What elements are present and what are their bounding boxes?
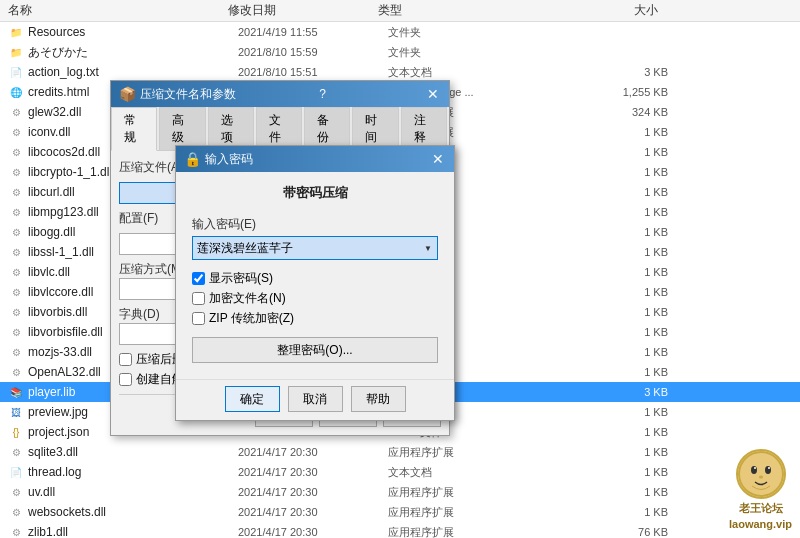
file-date: 2021/8/10 15:51 <box>238 66 388 78</box>
json-icon: {} <box>8 424 24 440</box>
file-size: 3 KB <box>588 66 668 78</box>
list-item[interactable]: 📁 あそびかた 2021/8/10 15:59 文件夹 <box>0 42 800 62</box>
file-size: 1 KB <box>588 366 668 378</box>
file-size: 324 KB <box>588 106 668 118</box>
pwd-dialog-icon: 🔒 <box>184 151 201 167</box>
watermark: 老王论坛 laowang.vip <box>729 449 792 530</box>
watermark-forum-text: 老王论坛 <box>739 501 783 516</box>
file-name: zlib1.dll <box>28 525 238 538</box>
list-item[interactable]: ⚙ websockets.dll 2021/4/17 20:30 应用程序扩展 … <box>0 502 800 522</box>
file-size: 1,255 KB <box>588 86 668 98</box>
file-size: 76 KB <box>588 526 668 538</box>
dll-icon: ⚙ <box>8 364 24 380</box>
file-name: Resources <box>28 25 238 39</box>
pwd-show-label: 显示密码(S) <box>209 270 273 287</box>
list-item[interactable]: 📁 Resources 2021/4/19 11:55 文件夹 <box>0 22 800 42</box>
zip-tab-files[interactable]: 文件 <box>256 107 302 150</box>
col-header-name[interactable]: 名称 <box>8 2 228 19</box>
svg-point-1 <box>751 466 757 474</box>
zip-delete-checkbox[interactable] <box>119 353 132 366</box>
zip-tab-time[interactable]: 时间 <box>352 107 398 150</box>
column-headers: 名称 修改日期 类型 大小 <box>0 0 800 22</box>
file-name: uv.dll <box>28 485 238 499</box>
file-date: 2021/4/17 20:30 <box>238 526 388 538</box>
pwd-show-checkbox[interactable] <box>192 272 205 285</box>
folder-icon: 📁 <box>8 24 24 40</box>
watermark-avatar-svg <box>738 451 784 497</box>
dll-icon: ⚙ <box>8 304 24 320</box>
pwd-dialog-body: 带密码压缩 输入密码(E) ▼ 显示密码(S) 加密文件名(N) ZIP 传统加… <box>176 172 454 379</box>
file-type: 应用程序扩展 <box>388 505 588 520</box>
pwd-combo-arrow-icon[interactable]: ▼ <box>419 237 437 259</box>
file-size: 1 KB <box>588 206 668 218</box>
file-date: 2021/4/19 11:55 <box>238 26 388 38</box>
col-header-date[interactable]: 修改日期 <box>228 2 378 19</box>
svg-point-3 <box>754 467 756 469</box>
dll-icon: ⚙ <box>8 264 24 280</box>
pwd-zip-legacy-checkbox[interactable] <box>192 312 205 325</box>
list-item[interactable]: ⚙ sqlite3.dll 2021/4/17 20:30 应用程序扩展 1 K… <box>0 442 800 462</box>
file-date: 2021/4/17 20:30 <box>238 446 388 458</box>
col-header-size[interactable]: 大小 <box>578 2 658 19</box>
dll-icon: ⚙ <box>8 284 24 300</box>
pwd-encrypt-filename-row: 加密文件名(N) <box>192 290 438 307</box>
file-size: 1 KB <box>588 226 668 238</box>
pwd-manage-button[interactable]: 整理密码(O)... <box>192 337 438 363</box>
pwd-close-button[interactable]: ✕ <box>430 152 446 166</box>
file-date: 2021/4/17 20:30 <box>238 506 388 518</box>
file-size: 1 KB <box>588 286 668 298</box>
pwd-encrypt-filename-label: 加密文件名(N) <box>209 290 286 307</box>
zip-dialog-titlebar: 📦 压缩文件名和参数 ? ✕ <box>111 81 449 107</box>
pwd-zip-legacy-label: ZIP 传统加密(Z) <box>209 310 294 327</box>
file-type: 应用程序扩展 <box>388 525 588 539</box>
zip-archive-label: 压缩文件(A) <box>119 159 183 176</box>
zip-tab-general[interactable]: 常规 <box>111 107 157 151</box>
file-type: 文件夹 <box>388 25 588 40</box>
file-date: 2021/8/10 15:59 <box>238 46 388 58</box>
jpg-icon: 🖼 <box>8 404 24 420</box>
zip-dialog-icon: 📦 <box>119 86 136 102</box>
zip-profile-label: 配置(F) <box>119 210 158 227</box>
dll-icon: ⚙ <box>8 184 24 200</box>
file-size: 1 KB <box>588 146 668 158</box>
pwd-show-password-row: 显示密码(S) <box>192 270 438 287</box>
pwd-input[interactable] <box>193 237 419 259</box>
file-name: sqlite3.dll <box>28 445 238 459</box>
lib-icon: 📚 <box>8 384 24 400</box>
password-dialog: 🔒 输入密码 ✕ 带密码压缩 输入密码(E) ▼ 显示密码(S) 加密文件名(N… <box>175 145 455 421</box>
pwd-cancel-button[interactable]: 取消 <box>288 386 343 412</box>
zip-tab-options[interactable]: 选项 <box>208 107 254 150</box>
zip-help-icon[interactable]: ? <box>319 87 326 101</box>
file-name: あそびかた <box>28 44 238 61</box>
pwd-ok-button[interactable]: 确定 <box>225 386 280 412</box>
pwd-help-button[interactable]: 帮助 <box>351 386 406 412</box>
pwd-zip-legacy-row: ZIP 传统加密(Z) <box>192 310 438 327</box>
dll-icon: ⚙ <box>8 504 24 520</box>
list-item[interactable]: 📄 action_log.txt 2021/8/10 15:51 文本文档 3 … <box>0 62 800 82</box>
zip-tab-backup[interactable]: 备份 <box>304 107 350 150</box>
file-size: 1 KB <box>588 406 668 418</box>
list-item[interactable]: ⚙ zlib1.dll 2021/4/17 20:30 应用程序扩展 76 KB <box>0 522 800 538</box>
zip-tab-advanced[interactable]: 高级 <box>159 107 205 150</box>
file-size: 1 KB <box>588 186 668 198</box>
list-item[interactable]: 📄 thread.log 2021/4/17 20:30 文本文档 1 KB <box>0 462 800 482</box>
dll-icon: ⚙ <box>8 204 24 220</box>
pwd-field-label: 输入密码(E) <box>192 216 438 233</box>
file-size: 1 KB <box>588 266 668 278</box>
list-item[interactable]: ⚙ uv.dll 2021/4/17 20:30 应用程序扩展 1 KB <box>0 482 800 502</box>
dll-icon: ⚙ <box>8 164 24 180</box>
pwd-section-title: 带密码压缩 <box>192 184 438 202</box>
file-type: 应用程序扩展 <box>388 485 588 500</box>
zip-solid-checkbox[interactable] <box>119 373 132 386</box>
pwd-input-row: ▼ <box>192 236 438 260</box>
pwd-encrypt-filename-checkbox[interactable] <box>192 292 205 305</box>
zip-close-button[interactable]: ✕ <box>425 87 441 101</box>
svg-point-5 <box>759 476 763 479</box>
dll-icon: ⚙ <box>8 104 24 120</box>
watermark-site-text: laowang.vip <box>729 518 792 530</box>
col-header-type[interactable]: 类型 <box>378 2 578 19</box>
file-size: 1 KB <box>588 166 668 178</box>
folder-icon: 📁 <box>8 44 24 60</box>
file-size: 1 KB <box>588 466 668 478</box>
zip-tab-comment[interactable]: 注释 <box>401 107 447 150</box>
